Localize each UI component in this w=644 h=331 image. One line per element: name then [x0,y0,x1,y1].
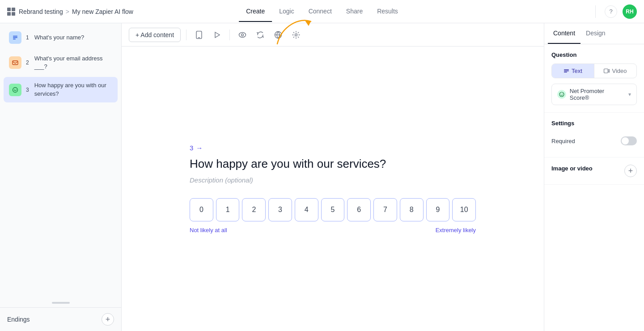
nps-scale: 012345678910 [190,198,476,221]
svg-marker-9 [215,32,220,38]
media-section: Image or video + [544,157,644,185]
type-text-label: Text [572,68,582,74]
svg-rect-15 [564,69,569,70]
question-title[interactable]: How happy are you with our services? [190,157,476,171]
play-button[interactable] [210,28,224,42]
sidebar-endings: Endings + [0,307,121,331]
svg-point-19 [559,92,564,97]
canvas-content: 3 → How happy are you with our services?… [122,47,544,331]
question-arrow: → [196,144,203,152]
refresh-button[interactable] [253,28,267,42]
sidebar: 1 What's your name? 2 What's your email … [0,23,122,331]
panel-tabs: Content Design [544,23,644,44]
question-type-section: Question Text Video Net Promoter Score® [544,44,644,113]
question-type-row: Text Video [551,64,637,78]
nav-right: ? RH [592,4,637,19]
sidebar-item-2[interactable]: 2 What's your email address ___? [4,50,118,75]
nav-brand: Rebrand testing > My new Zapier AI flow [7,8,133,16]
toolbar-divider-1 [186,30,186,40]
nps-high-label: Extremely likely [436,227,476,233]
sidebar-item-3[interactable]: 3 How happy are you with our services? [4,77,118,102]
scroll-indicator [52,302,70,304]
nps-low-label: Not likely at all [190,227,227,233]
flow-name[interactable]: My new Zapier AI flow [72,8,133,15]
svg-rect-18 [604,69,608,73]
add-endings-button[interactable]: + [102,313,114,326]
nps-button-3[interactable]: 3 [268,198,292,221]
svg-rect-8 [198,37,200,38]
project-name[interactable]: Rebrand testing [19,8,63,15]
avatar[interactable]: RH [623,4,637,19]
question-card: 3 → How happy are you with our services?… [172,117,494,260]
nps-button-2[interactable]: 2 [242,198,266,221]
nav-tabs: Create Logic Connect Share Results [239,1,405,22]
nps-button-10[interactable]: 10 [452,198,476,221]
add-content-button[interactable]: + Add content [129,28,181,42]
sidebar-badge-2 [9,56,21,69]
panel-tab-design[interactable]: Design [580,23,611,44]
svg-rect-0 [13,36,17,37]
eye-button[interactable] [235,28,250,42]
svg-point-20 [560,93,561,94]
tab-results[interactable]: Results [370,1,405,22]
svg-point-6 [16,89,17,89]
required-toggle[interactable] [621,136,637,145]
tab-share[interactable]: Share [339,1,370,22]
nps-selector-icon [557,90,566,99]
sidebar-item-number-2: 2 [26,59,29,66]
question-type-label: Net Promoter Score® [570,88,625,101]
settings-section-title: Settings [551,120,637,127]
panel-tab-content[interactable]: Content [548,23,580,44]
nps-button-8[interactable]: 8 [400,198,424,221]
type-text-button[interactable]: Text [552,64,594,78]
svg-rect-2 [13,39,16,40]
nps-button-9[interactable]: 9 [426,198,450,221]
tab-connect[interactable]: Connect [301,1,339,22]
required-setting-row: Required [551,132,637,150]
svg-rect-16 [564,71,569,71]
sidebar-item-1[interactable]: 1 What's your name? [4,27,118,48]
svg-point-13 [295,34,297,36]
sidebar-item-number-3: 3 [26,87,29,93]
question-type-selector[interactable]: Net Promoter Score® ▾ [551,84,637,105]
right-panel: Content Design Question Text Video [544,23,644,331]
nav-divider [595,5,596,18]
image-video-row: Image or video + [551,165,637,177]
sidebar-badge-1 [9,31,21,44]
mobile-preview-button[interactable] [192,28,206,42]
canvas-area: + Add content [122,23,544,331]
type-video-label: Video [612,68,627,74]
endings-label: Endings [7,316,30,323]
nps-labels: Not likely at all Extremely likely [190,227,476,233]
question-number-row: 3 → [190,144,476,152]
image-video-title: Image or video [551,165,593,172]
settings-button[interactable] [289,28,303,42]
tab-create[interactable]: Create [239,1,272,22]
add-media-button[interactable]: + [624,165,637,177]
nps-button-0[interactable]: 0 [190,198,213,221]
main-layout: 1 What's your name? 2 What's your email … [0,23,644,331]
svg-rect-1 [13,37,17,38]
breadcrumb-separator: > [66,8,69,15]
nps-button-7[interactable]: 7 [373,198,397,221]
help-button[interactable]: ? [605,5,617,18]
breadcrumb: Rebrand testing > My new Zapier AI flow [19,8,133,15]
tab-logic[interactable]: Logic [272,1,301,22]
nps-button-4[interactable]: 4 [295,198,318,221]
nps-button-1[interactable]: 1 [216,198,240,221]
sidebar-item-text-2: What's your email address ___? [34,55,112,71]
nps-button-6[interactable]: 6 [347,198,371,221]
svg-point-21 [562,93,563,94]
svg-point-10 [239,32,246,37]
sidebar-item-text-1: What's your name? [34,34,85,42]
nps-button-5[interactable]: 5 [321,198,345,221]
question-section-title: Question [551,51,637,58]
question-description[interactable]: Description (optional) [190,176,476,184]
language-button[interactable] [271,28,285,42]
svg-point-11 [242,34,244,36]
settings-section: Settings Required [544,113,644,157]
svg-rect-17 [564,72,567,72]
sidebar-badge-3 [9,84,21,96]
type-video-button[interactable]: Video [594,64,636,78]
question-number: 3 [190,144,193,152]
